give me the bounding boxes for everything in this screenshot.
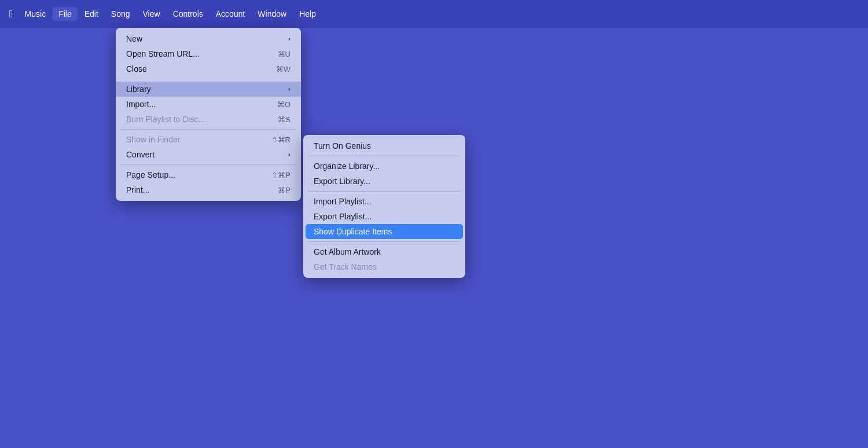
menu-item-get-track-names-label: Get Track Names [314, 262, 455, 271]
separator-lib-2 [308, 191, 461, 192]
menubar-item-edit[interactable]: Edit [79, 7, 104, 21]
menu-item-turn-on-genius[interactable]: Turn On Genius [303, 138, 465, 153]
menu-item-get-track-names[interactable]: Get Track Names [303, 259, 465, 274]
dropdown-container: New › Open Stream URL... ⌘U Close ⌘W Lib… [116, 28, 465, 278]
menubar-item-controls[interactable]: Controls [167, 7, 209, 21]
menu-item-show-finder-label: Show in Finder [126, 135, 260, 144]
file-menu-panel: New › Open Stream URL... ⌘U Close ⌘W Lib… [116, 28, 301, 201]
separator-lib-1 [308, 156, 461, 156]
menu-item-new-label: New [126, 34, 284, 43]
apple-menu-item[interactable]:  [5, 6, 18, 23]
menubar-item-help[interactable]: Help [293, 7, 322, 21]
menu-item-organize-library[interactable]: Organize Library... [303, 159, 465, 174]
menu-item-convert[interactable]: Convert › [116, 147, 301, 162]
menu-item-export-library[interactable]: Export Library... [303, 174, 465, 189]
menubar-item-account[interactable]: Account [210, 7, 251, 21]
menu-item-print-shortcut: ⌘P [278, 186, 290, 194]
menu-item-get-album-artwork[interactable]: Get Album Artwork [303, 244, 465, 259]
chevron-right-icon: › [288, 35, 290, 43]
separator-lib-3 [308, 241, 461, 242]
menu-item-import-playlist-label: Import Playlist... [314, 197, 455, 206]
menu-item-organize-library-label: Organize Library... [314, 161, 455, 171]
menu-item-burn-playlist-shortcut: ⌘S [278, 115, 290, 124]
menu-item-open-stream-shortcut: ⌘U [278, 50, 290, 58]
menu-item-page-setup[interactable]: Page Setup... ⇧⌘P [116, 167, 301, 182]
menu-item-import-label: Import... [126, 100, 266, 109]
menu-item-library[interactable]: Library › [116, 82, 301, 97]
menu-item-show-finder-shortcut: ⇧⌘R [271, 135, 290, 144]
menu-item-show-duplicate[interactable]: Show Duplicate Items [306, 224, 463, 239]
separator-1 [120, 79, 296, 79]
menu-item-close-label: Close [126, 64, 264, 74]
menu-item-new[interactable]: New › [116, 31, 301, 46]
chevron-right-icon-library: › [288, 85, 290, 93]
menubar-item-window[interactable]: Window [252, 7, 292, 21]
menubar-item-view[interactable]: View [137, 7, 166, 21]
menu-item-export-library-label: Export Library... [314, 177, 455, 186]
menu-item-turn-on-genius-label: Turn On Genius [314, 141, 455, 150]
menu-item-library-label: Library [126, 85, 284, 94]
library-submenu-panel: Turn On Genius Organize Library... Expor… [303, 135, 465, 278]
chevron-right-icon-convert: › [288, 150, 290, 159]
menu-item-show-duplicate-label: Show Duplicate Items [314, 227, 455, 236]
menu-item-print[interactable]: Print... ⌘P [116, 182, 301, 197]
menubar-item-music[interactable]: Music [19, 7, 52, 21]
separator-2 [120, 129, 296, 130]
menu-item-print-label: Print... [126, 185, 266, 194]
menu-item-import[interactable]: Import... ⌘O [116, 97, 301, 112]
menu-item-page-setup-label: Page Setup... [126, 170, 260, 179]
menu-item-import-shortcut: ⌘O [277, 100, 290, 109]
menu-item-export-playlist-label: Export Playlist... [314, 212, 455, 221]
menu-item-page-setup-shortcut: ⇧⌘P [271, 171, 290, 179]
menubar:  Music File Edit Song View Controls Acc… [0, 0, 868, 28]
menu-item-open-stream-label: Open Stream URL... [126, 49, 266, 58]
menu-item-get-album-artwork-label: Get Album Artwork [314, 247, 455, 256]
menubar-item-file[interactable]: File [53, 7, 78, 21]
menu-item-close[interactable]: Close ⌘W [116, 61, 301, 76]
menu-item-export-playlist[interactable]: Export Playlist... [303, 209, 465, 224]
menu-item-burn-playlist[interactable]: Burn Playlist to Disc... ⌘S [116, 112, 301, 127]
menu-item-convert-label: Convert [126, 150, 284, 159]
separator-3 [120, 164, 296, 165]
menu-item-show-finder[interactable]: Show in Finder ⇧⌘R [116, 132, 301, 147]
menu-item-open-stream[interactable]: Open Stream URL... ⌘U [116, 46, 301, 61]
menu-item-burn-playlist-label: Burn Playlist to Disc... [126, 115, 266, 124]
menubar-item-song[interactable]: Song [105, 7, 136, 21]
menu-item-close-shortcut: ⌘W [276, 65, 290, 74]
menu-item-import-playlist[interactable]: Import Playlist... [303, 194, 465, 209]
